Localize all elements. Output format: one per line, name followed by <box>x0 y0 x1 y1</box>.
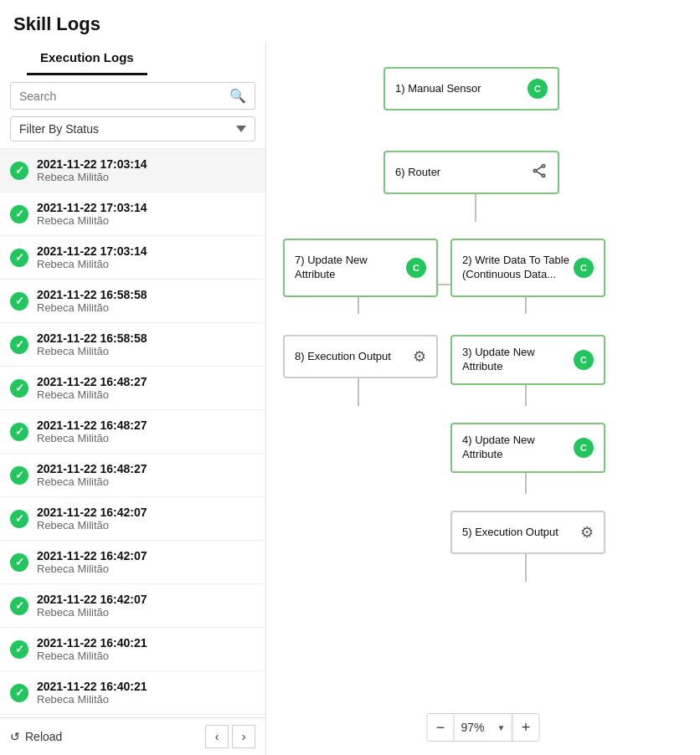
node-badge: C <box>574 258 594 278</box>
flow-node-node7[interactable]: 7) Update New Attribute C <box>283 239 438 297</box>
svg-line-12 <box>537 167 543 170</box>
log-item[interactable]: ✓ 2021-11-22 16:48:27 Rebeca Militão <box>0 410 265 454</box>
flow-node-node6[interactable]: 6) Router <box>383 151 559 194</box>
log-time: 2021-11-22 16:42:07 <box>37 549 147 562</box>
search-icon: 🔍 <box>229 88 246 104</box>
page-title: Skill Logs <box>0 0 700 42</box>
node-label: 2) Write Data To Table (Continuous Data.… <box>462 254 574 282</box>
zoom-bar: − 97% ▼ + <box>426 713 539 742</box>
flow-node-node1[interactable]: 1) Manual Sensor C <box>383 67 559 110</box>
check-icon: ✓ <box>10 510 28 528</box>
zoom-in-button[interactable]: + <box>512 714 539 741</box>
zoom-dropdown-button[interactable]: ▼ <box>492 714 512 741</box>
search-input[interactable] <box>19 90 229 103</box>
gear-icon: ⚙ <box>580 523 594 542</box>
log-item[interactable]: ✓ 2021-11-22 16:40:21 Rebeca Militão <box>0 628 265 671</box>
log-user: Rebeca Militão <box>37 693 147 706</box>
log-item[interactable]: ✓ 2021-11-22 16:48:27 Rebeca Militão <box>0 367 265 410</box>
log-user: Rebeca Militão <box>37 432 147 444</box>
log-user: Rebeca Militão <box>37 258 147 270</box>
log-info: 2021-11-22 16:58:58 Rebeca Militão <box>37 288 147 314</box>
node-label: 1) Manual Sensor <box>395 82 528 96</box>
node-label: 6) Router <box>395 166 531 180</box>
gear-icon: ⚙ <box>413 347 426 366</box>
reload-label: Reload <box>25 730 62 743</box>
log-user: Rebeca Militão <box>37 388 147 401</box>
log-user: Rebeca Militão <box>37 650 147 662</box>
next-page-button[interactable]: › <box>232 725 255 748</box>
log-list: ✓ 2021-11-22 17:03:14 Rebeca Militão ✓ 2… <box>0 149 265 717</box>
log-time: 2021-11-22 16:58:58 <box>37 288 147 301</box>
log-item[interactable]: ✓ 2021-11-22 16:58:58 Rebeca Militão <box>0 280 265 323</box>
svg-line-13 <box>537 171 543 174</box>
log-user: Rebeca Militão <box>37 562 147 575</box>
log-item[interactable]: ✓ 2021-11-22 16:48:27 Rebeca Militão <box>0 454 265 497</box>
log-info: 2021-11-22 16:42:07 Rebeca Militão <box>37 549 147 575</box>
node-badge: C <box>406 258 426 278</box>
check-icon: ✓ <box>10 597 28 615</box>
flow-node-node3[interactable]: 3) Update New Attribute C <box>450 335 605 385</box>
log-user: Rebeca Militão <box>37 301 147 314</box>
log-info: 2021-11-22 16:48:27 Rebeca Militão <box>37 419 147 444</box>
log-item[interactable]: ✓ 2021-11-22 16:42:07 Rebeca Militão <box>0 584 265 628</box>
node-badge: C <box>574 438 594 458</box>
check-icon: ✓ <box>10 423 28 441</box>
log-item[interactable]: ✓ 2021-11-22 16:42:07 Rebeca Militão <box>0 541 265 584</box>
check-icon: ✓ <box>10 336 28 354</box>
canvas-area: 1) Manual Sensor C 6) Router 7) Update N… <box>266 42 700 755</box>
flow-node-node8[interactable]: 8) Execution Output ⚙ <box>283 335 438 378</box>
execution-logs-tab[interactable]: Execution Logs <box>27 42 147 75</box>
pagination: ‹ › <box>205 725 255 748</box>
log-user: Rebeca Militão <box>37 475 147 488</box>
check-icon: ✓ <box>10 205 28 223</box>
log-info: 2021-11-22 16:48:27 Rebeca Militão <box>37 375 147 401</box>
log-info: 2021-11-22 16:42:07 Rebeca Militão <box>37 506 147 532</box>
flow-node-node5[interactable]: 5) Execution Output ⚙ <box>450 511 605 554</box>
status-filter[interactable]: Filter By Status All Success Error Runni… <box>10 116 255 141</box>
log-time: 2021-11-22 16:48:27 <box>37 419 147 432</box>
node-label: 4) Update New Attribute <box>462 434 574 462</box>
prev-page-button[interactable]: ‹ <box>205 725 229 748</box>
log-time: 2021-11-22 17:03:14 <box>37 201 147 214</box>
log-time: 2021-11-22 16:48:27 <box>37 375 147 388</box>
log-user: Rebeca Militão <box>37 171 147 183</box>
check-icon: ✓ <box>10 553 28 572</box>
log-time: 2021-11-22 16:48:27 <box>37 462 147 475</box>
check-icon: ✓ <box>10 640 28 659</box>
log-time: 2021-11-22 16:58:58 <box>37 331 147 345</box>
log-item[interactable]: ✓ 2021-11-22 16:58:58 Rebeca Militão <box>0 323 265 367</box>
log-item[interactable]: ✓ 2021-11-22 17:03:14 Rebeca Militão <box>0 193 265 236</box>
log-info: 2021-11-22 17:03:14 Rebeca Militão <box>37 201 147 227</box>
check-icon: ✓ <box>10 292 28 311</box>
reload-icon: ↺ <box>10 730 20 743</box>
zoom-out-button[interactable]: − <box>427 714 454 741</box>
log-info: 2021-11-22 16:40:21 Rebeca Militão <box>37 636 147 662</box>
log-info: 2021-11-22 16:48:27 Rebeca Militão <box>37 462 147 488</box>
node-badge: C <box>528 79 548 99</box>
log-item[interactable]: ✓ 2021-11-22 16:40:21 Rebeca Militão <box>0 671 265 715</box>
check-icon: ✓ <box>10 379 28 398</box>
log-time: 2021-11-22 17:03:14 <box>37 157 147 171</box>
log-time: 2021-11-22 16:40:21 <box>37 636 147 650</box>
node-label: 5) Execution Output <box>462 526 580 540</box>
flow-diagram: 1) Manual Sensor C 6) Router 7) Update N… <box>283 59 700 745</box>
log-user: Rebeca Militão <box>37 214 147 227</box>
node-label: 8) Execution Output <box>295 350 413 364</box>
sidebar: Execution Logs 🔍 Filter By Status All Su… <box>0 42 266 755</box>
log-item[interactable]: ✓ 2021-11-22 17:03:14 Rebeca Militão <box>0 236 265 280</box>
check-icon: ✓ <box>10 466 28 485</box>
share-icon <box>531 162 548 183</box>
flow-node-node2[interactable]: 2) Write Data To Table (Continuous Data.… <box>450 239 605 297</box>
reload-button[interactable]: ↺ Reload <box>10 730 62 743</box>
log-item[interactable]: ✓ 2021-11-22 16:42:07 Rebeca Militão <box>0 497 265 541</box>
check-icon: ✓ <box>10 684 28 702</box>
log-info: 2021-11-22 17:03:14 Rebeca Militão <box>37 244 147 270</box>
log-item[interactable]: ✓ 2021-11-22 17:03:14 Rebeca Militão <box>0 149 265 193</box>
flow-node-node4[interactable]: 4) Update New Attribute C <box>450 423 605 473</box>
node-label: 3) Update New Attribute <box>462 346 574 374</box>
sidebar-footer: ↺ Reload ‹ › <box>0 717 265 755</box>
zoom-value: 97% <box>454 721 491 734</box>
log-info: 2021-11-22 16:58:58 Rebeca Militão <box>37 331 147 357</box>
search-box: 🔍 <box>10 82 255 110</box>
log-info: 2021-11-22 16:40:21 Rebeca Militão <box>37 680 147 706</box>
